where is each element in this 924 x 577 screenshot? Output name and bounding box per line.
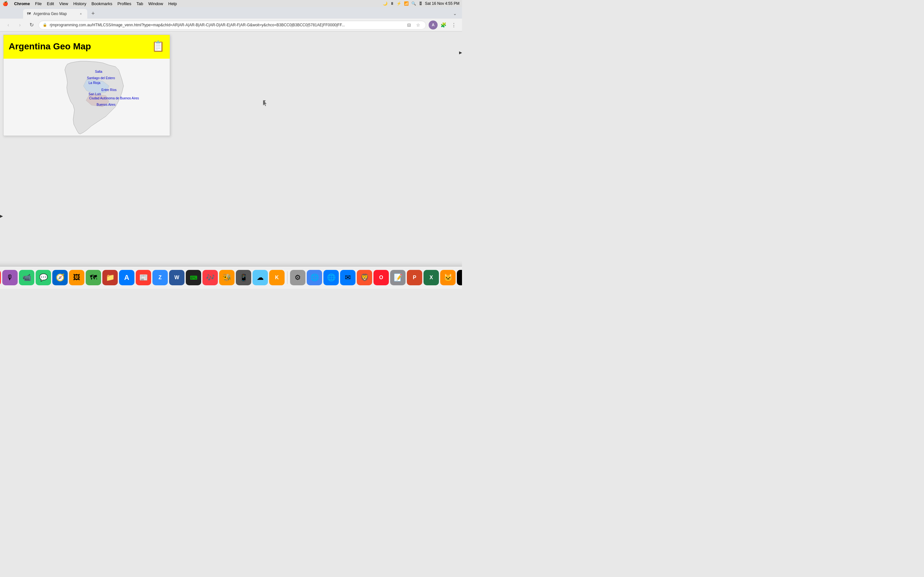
dock-separator (287, 271, 288, 284)
dock-word[interactable]: W (169, 270, 184, 285)
menubar-right: 🌙 ⏸ ⚡ 📶 🔍 🎛 Sat 16 Nov 4:55 PM (383, 1, 459, 6)
forward-button[interactable]: › (15, 21, 24, 29)
tab-bar: 🗺 Argentina Geo Map × + ⌄ (0, 7, 462, 19)
dock-facetime[interactable]: 📹 (19, 270, 34, 285)
dock-icloud[interactable]: ☁ (252, 270, 268, 285)
content-area: ▶ ▶ Argentina Geo Map 📋 (0, 31, 462, 288)
tab-bar-end: ⌄ (451, 9, 459, 18)
map-label-la-rioja: La Rioja (89, 81, 100, 85)
menu-tab[interactable]: Tab (134, 0, 145, 7)
address-bar-right: A 🧩 ⋮ (429, 21, 458, 29)
back-button[interactable]: ‹ (4, 21, 13, 29)
profile-button[interactable]: A (429, 21, 438, 29)
dock-intellij[interactable]: I (457, 270, 462, 285)
menubar-left: 🍎 Chrome File Edit View History Bookmark… (3, 0, 179, 7)
dock-podcasts[interactable]: 🎙 (2, 270, 18, 285)
dock-photos[interactable]: 🖼 (69, 270, 84, 285)
menu-chrome[interactable]: Chrome (11, 0, 32, 7)
menubar: 🍎 Chrome File Edit View History Bookmark… (0, 0, 462, 7)
apple-logo-icon[interactable]: 🍎 (3, 1, 8, 6)
chrome-window: 🗺 Argentina Geo Map × + ⌄ ‹ › ↻ 🔒 rjmpro… (0, 7, 462, 288)
control-center-icon[interactable]: 🎛 (419, 1, 423, 6)
mouse-cursor (263, 100, 270, 107)
wifi-icon[interactable]: 📶 (404, 1, 409, 6)
page-header: Argentina Geo Map 📋 (3, 35, 170, 59)
dock-opera[interactable]: O (373, 270, 389, 285)
search-icon[interactable]: 🔍 (411, 1, 416, 6)
url-text: rjmprogramming.com.au/HTMLCSS/image_venn… (50, 23, 403, 27)
dock-keynote[interactable]: K (269, 270, 284, 285)
address-bar: ‹ › ↻ 🔒 rjmprogramming.com.au/HTMLCSS/im… (0, 19, 462, 31)
dock-maps[interactable]: 🗺 (86, 270, 101, 285)
dock-safari[interactable]: 🧭 (52, 270, 68, 285)
dock: 🗂 🎵 🎙 📹 💬 🧭 🖼 🗺 📁 A 📰 Z W ⌨ 🎶 🐝 📱 ☁ K ⚙ … (0, 267, 462, 288)
moon-icon[interactable]: 🌙 (383, 1, 388, 6)
reload-button[interactable]: ↻ (27, 21, 36, 29)
scroll-arrow-top: ▶ (459, 51, 462, 55)
dock-iterm[interactable]: ⌨ (186, 270, 201, 285)
page-icon: 📋 (152, 40, 165, 52)
dock-bearbee[interactable]: 🐝 (219, 270, 234, 285)
webpage-frame: Argentina Geo Map 📋 Salta San (3, 35, 170, 136)
dock-iphone[interactable]: 📱 (236, 270, 251, 285)
menu-bookmarks[interactable]: Bookmarks (89, 0, 115, 7)
dock-mail[interactable]: ✉ (340, 270, 355, 285)
menu-help[interactable]: Help (166, 0, 180, 7)
page-title: Argentina Geo Map (9, 41, 91, 52)
bookmark-star-button[interactable]: ☆ (414, 21, 422, 29)
dock-brave[interactable]: 🦁 (357, 270, 372, 285)
tab-bar-menu-button[interactable]: ⌄ (451, 9, 459, 18)
active-tab[interactable]: 🗺 Argentina Geo Map × (23, 9, 87, 19)
map-label-buenos-aires-city: Ciudad Autónoma de Buenos Aires (89, 97, 139, 100)
map-svg (3, 59, 170, 135)
menu-history[interactable]: History (71, 0, 89, 7)
map-label-buenos-aires: Buenos Aires (97, 103, 115, 106)
svg-marker-0 (263, 100, 267, 106)
map-label-entre-rios: Entre Ríos (102, 88, 116, 92)
dock-powerpoint[interactable]: P (407, 270, 422, 285)
battery-icon[interactable]: ⚡ (397, 1, 401, 6)
url-actions: ⊟ ☆ (405, 21, 422, 29)
chrome-menu-button[interactable]: ⋮ (449, 21, 458, 29)
dock-music[interactable]: 🎵 (0, 270, 1, 285)
map-area: Salta Santiago del Estero La Rioja Entre… (3, 59, 170, 135)
dock-excel[interactable]: X (423, 270, 439, 285)
dock-appstore[interactable]: A (119, 270, 134, 285)
media-play-icon[interactable]: ⏸ (390, 1, 394, 6)
map-label-salta: Salta (95, 70, 102, 73)
new-tab-button[interactable]: + (89, 9, 97, 18)
datetime-display: Sat 16 Nov 4:55 PM (425, 1, 459, 6)
menu-file[interactable]: File (32, 0, 44, 7)
map-label-san-luis: San Luis (89, 92, 101, 96)
dock-zoom[interactable]: Z (152, 270, 168, 285)
reader-mode-button[interactable]: ⊟ (405, 21, 413, 29)
extensions-button[interactable]: 🧩 (439, 21, 448, 29)
scroll-arrow-bottom: ▶ (0, 214, 3, 218)
dock-itunes[interactable]: 🎶 (202, 270, 218, 285)
map-label-santiago: Santiago del Estero (87, 76, 115, 80)
dock-textedit[interactable]: 📝 (390, 270, 405, 285)
dock-safari2[interactable]: 🌐 (323, 270, 339, 285)
tab-favicon-icon: 🗺 (27, 11, 31, 16)
dock-messages[interactable]: 💬 (36, 270, 51, 285)
menu-profiles[interactable]: Profiles (115, 0, 134, 7)
menu-window[interactable]: Window (145, 0, 166, 7)
url-bar[interactable]: 🔒 rjmprogramming.com.au/HTMLCSS/image_ve… (39, 21, 426, 29)
dock-chrome[interactable]: 🌐 (307, 270, 322, 285)
ssl-lock-icon: 🔒 (43, 23, 47, 27)
tab-title-label: Argentina Geo Map (33, 11, 76, 16)
dock-system-prefs[interactable]: ⚙ (290, 270, 305, 285)
menu-edit[interactable]: Edit (44, 0, 57, 7)
menu-view[interactable]: View (57, 0, 71, 7)
dock-scratch[interactable]: 🐱 (440, 270, 456, 285)
dock-news[interactable]: 📰 (136, 270, 151, 285)
dock-filezilla[interactable]: 📁 (102, 270, 118, 285)
tab-close-button[interactable]: × (78, 11, 83, 16)
